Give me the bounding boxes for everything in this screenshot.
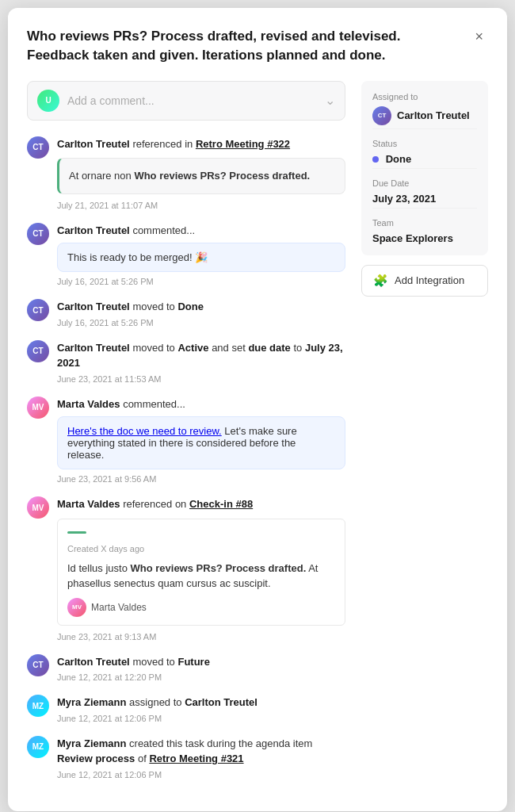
inner-ref-card: Created X days ago Id tellus justo Who r… — [57, 519, 345, 626]
list-item: MV Marta Valdes referenced on Check-in #… — [27, 496, 345, 642]
left-panel: U Add a comment... ⌄ CT Carlton Treutel … — [27, 81, 345, 792]
chevron-down-icon[interactable]: ⌄ — [325, 93, 335, 108]
assignee-avatar: CT — [372, 106, 391, 125]
card-author-avatar: MV — [67, 598, 86, 617]
due-date-value: July 23, 2021 — [372, 193, 477, 205]
card-author-name: Marta Valdes — [91, 600, 147, 615]
actor-name: Carlton Treutel — [57, 224, 130, 236]
timestamp: June 12, 2021 at 12:06 PM — [57, 770, 345, 779]
avatar: MZ — [27, 695, 49, 717]
comment-input-row[interactable]: U Add a comment... ⌄ — [27, 81, 345, 121]
timestamp: July 21, 2021 at 11:07 AM — [57, 201, 345, 210]
activity-body: Myra Ziemann assigned to Carlton Treutel… — [57, 695, 345, 723]
activity-body: Marta Valdes referenced on Check-in #88 … — [57, 496, 345, 642]
actor-name: Myra Ziemann — [57, 696, 126, 708]
timestamp: June 12, 2021 at 12:06 PM — [57, 714, 345, 723]
team-value: Space Explorers — [372, 232, 477, 244]
list-item: CT Carlton Treutel moved to Future June … — [27, 654, 345, 683]
checkin-link[interactable]: Check-in #88 — [189, 498, 253, 510]
actor-name: Carlton Treutel — [57, 656, 130, 668]
timestamp: June 23, 2021 at 9:13 AM — [57, 632, 345, 642]
team-label: Team — [372, 218, 477, 228]
actor-name: Myra Ziemann — [57, 737, 126, 749]
avatar: CT — [27, 340, 49, 362]
list-item: MV Marta Valdes commented... Here's the … — [27, 396, 345, 485]
timestamp: June 23, 2021 at 11:53 AM — [57, 374, 345, 384]
status-label: Status — [372, 139, 477, 148]
assigned-to-section: Assigned to CT Carlton Treutel Status Do… — [361, 81, 488, 255]
actor-name: Carlton Treutel — [57, 342, 130, 354]
actor-name: Marta Valdes — [57, 398, 120, 410]
puzzle-icon: 🧩 — [373, 274, 388, 288]
activity-body: Myra Ziemann created this task during th… — [57, 736, 345, 779]
timestamp: July 16, 2021 at 5:26 PM — [57, 318, 345, 327]
modal-header: Who reviews PRs? Process drafted, revise… — [27, 27, 488, 65]
list-item: MZ Myra Ziemann created this task during… — [27, 736, 345, 779]
activity-body: Carlton Treutel moved to Future June 12,… — [57, 654, 345, 683]
modal-title: Who reviews PRs? Process drafted, revise… — [27, 27, 439, 65]
activity-text: Carlton Treutel moved to Future — [57, 654, 345, 670]
add-integration-button[interactable]: 🧩 Add Integration — [361, 265, 488, 297]
activity-text: Carlton Treutel referenced in Retro Meet… — [57, 136, 345, 152]
assigned-to-label: Assigned to — [372, 92, 477, 102]
actor-name: Marta Valdes — [57, 498, 120, 510]
current-user-avatar: U — [37, 90, 59, 112]
activity-body: Carlton Treutel moved to Done July 16, 2… — [57, 299, 345, 327]
actor-name: Carlton Treutel — [57, 301, 130, 312]
activity-text: Carlton Treutel moved to Active and set … — [57, 340, 345, 371]
comment-placeholder[interactable]: Add a comment... — [67, 94, 317, 107]
avatar: CT — [27, 299, 49, 321]
card-body-text: Id tellus justo Who reviews PRs? Process… — [67, 561, 335, 592]
list-item: CT Carlton Treutel moved to Done July 16… — [27, 299, 345, 327]
activity-body: Carlton Treutel commented... This is rea… — [57, 223, 345, 287]
avatar: CT — [27, 136, 49, 159]
avatar: MV — [27, 496, 49, 519]
status-tag — [67, 531, 86, 534]
add-integration-label: Add Integration — [395, 274, 464, 286]
task-modal: Who reviews PRs? Process drafted, revise… — [8, 8, 507, 811]
close-button[interactable]: × — [470, 27, 488, 47]
timestamp: July 16, 2021 at 5:26 PM — [57, 277, 345, 286]
avatar: CT — [27, 223, 49, 245]
activity-body: Marta Valdes commented... Here's the doc… — [57, 396, 345, 485]
activity-body: Carlton Treutel referenced in Retro Meet… — [57, 136, 345, 210]
avatar: MV — [27, 396, 49, 419]
due-date-label: Due Date — [372, 178, 477, 188]
activity-text: Marta Valdes referenced on Check-in #88 — [57, 496, 345, 512]
list-item: CT Carlton Treutel referenced in Retro M… — [27, 136, 345, 210]
assigned-user-row: CT Carlton Treutel — [372, 106, 477, 125]
timestamp: June 12, 2021 at 12:20 PM — [57, 672, 345, 682]
list-item: MZ Myra Ziemann assigned to Carlton Treu… — [27, 695, 345, 723]
quote-card: At ornare non Who reviews PRs? Process d… — [57, 158, 345, 194]
list-item: CT Carlton Treutel moved to Active and s… — [27, 340, 345, 384]
main-content: U Add a comment... ⌄ CT Carlton Treutel … — [27, 81, 488, 792]
avatar: CT — [27, 654, 49, 676]
avatar: MZ — [27, 736, 49, 758]
actor-name: Carlton Treutel — [57, 138, 130, 150]
right-panel: Assigned to CT Carlton Treutel Status Do… — [361, 81, 488, 792]
list-item: CT Carlton Treutel commented... This is … — [27, 223, 345, 287]
activity-text: Myra Ziemann assigned to Carlton Treutel — [57, 695, 345, 710]
timestamp: June 23, 2021 at 9:56 AM — [57, 474, 345, 484]
assignee-name: Carlton Treutel — [397, 109, 470, 121]
card-author-row: MV Marta Valdes — [67, 598, 335, 617]
activity-text: Carlton Treutel moved to Done — [57, 299, 345, 315]
activity-text: Myra Ziemann created this task during th… — [57, 736, 345, 767]
reference-link[interactable]: Retro Meeting #322 — [196, 138, 290, 150]
doc-link[interactable]: Here's the doc we need to review. — [67, 425, 222, 437]
status-value: Done — [372, 153, 477, 165]
status-dot-icon — [372, 156, 379, 163]
comment-bubble: Here's the doc we need to review. Let's … — [57, 416, 345, 469]
activity-text: Carlton Treutel commented... — [57, 223, 345, 239]
activity-text: Marta Valdes commented... — [57, 396, 345, 412]
comment-bubble: This is ready to be merged! 🎉 — [57, 243, 345, 272]
retro-link[interactable]: Retro Meeting #321 — [149, 753, 243, 764]
activity-body: Carlton Treutel moved to Active and set … — [57, 340, 345, 384]
card-meta: Created X days ago — [67, 542, 335, 556]
